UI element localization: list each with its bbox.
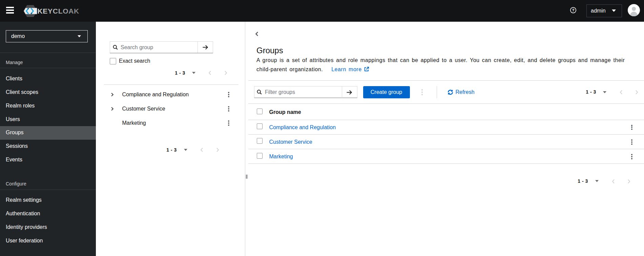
svg-text:?: ?: [572, 8, 574, 12]
svg-text:KEYCLOAK: KEYCLOAK: [38, 7, 79, 15]
